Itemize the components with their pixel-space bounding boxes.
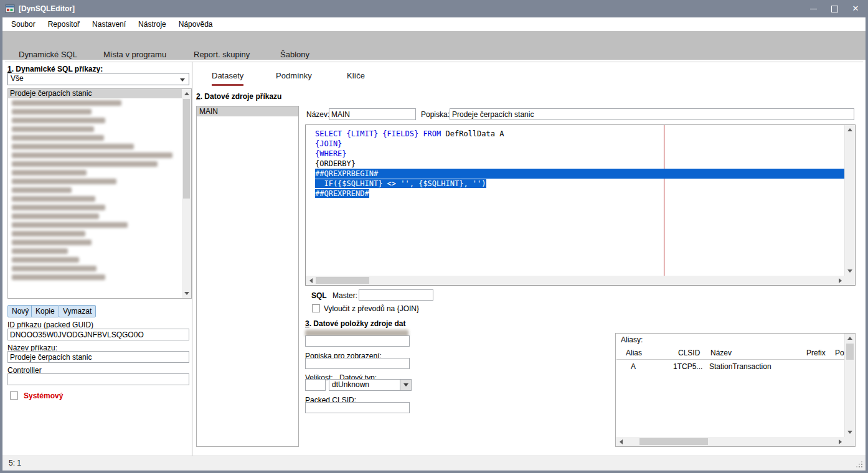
sql-filter-combobox[interactable]: Vše <box>7 73 189 85</box>
scroll-left-icon[interactable] <box>616 437 626 446</box>
code-line[interactable]: {JOIN} <box>315 139 845 149</box>
alias-col-prefix[interactable]: Prefix <box>806 349 826 357</box>
subtab-podminky[interactable]: Podmínky <box>276 71 312 84</box>
list-item-redacted[interactable] <box>8 273 182 281</box>
sql-code[interactable]: SELECT {LIMIT} {FIELDS} FROM DefRollData… <box>306 125 845 276</box>
editor-vertical-scrollbar[interactable] <box>844 125 855 276</box>
code-line[interactable]: SELECT {LIMIT} {FIELDS} FROM DefRollData… <box>315 129 845 139</box>
dataset-list[interactable]: MAIN <box>196 106 299 447</box>
scroll-up-icon[interactable] <box>182 89 191 98</box>
exclude-join-checkbox[interactable] <box>312 304 320 312</box>
alias-col-nazev[interactable]: Název <box>710 349 732 357</box>
alias-hscroll-thumb[interactable] <box>639 438 708 445</box>
display-field[interactable] <box>305 358 410 369</box>
name-field[interactable] <box>7 351 189 363</box>
scroll-right-icon[interactable] <box>835 437 845 446</box>
title-bar[interactable]: [DynSQLEditor] ✕ <box>0 0 868 17</box>
app-window: [DynSQLEditor] ✕ Soubor Repositoř Nastav… <box>0 0 868 473</box>
list-item-redacted[interactable] <box>8 264 182 273</box>
delete-button[interactable]: Vymazat <box>59 305 96 317</box>
maximize-button[interactable] <box>831 5 838 12</box>
window-title: [DynSQLEditor] <box>19 0 75 17</box>
panel-divider <box>192 62 192 456</box>
list-item-redacted[interactable] <box>8 246 182 255</box>
scroll-down-icon[interactable] <box>182 289 191 298</box>
subtab-klice[interactable]: Klíče <box>347 71 365 84</box>
code-line[interactable]: IF({$SQLHINT} <> '', {$SQLHINT}, '') <box>315 179 845 189</box>
list-item-redacted[interactable] <box>8 116 182 124</box>
list-item-redacted[interactable] <box>8 107 182 116</box>
list-item-redacted[interactable] <box>8 168 182 177</box>
dropdown-arrow-button[interactable] <box>400 380 411 390</box>
menu-soubor[interactable]: Soubor <box>5 17 42 31</box>
code-line[interactable]: {ORDERBY} <box>315 159 845 169</box>
list-item-redacted[interactable] <box>8 203 182 212</box>
packed-clsid-field[interactable] <box>305 402 410 413</box>
nazev-field[interactable] <box>329 108 416 120</box>
menu-repositor[interactable]: Repositoř <box>42 17 86 31</box>
list-item-redacted[interactable] <box>8 177 182 185</box>
copy-button[interactable]: Kopie <box>31 305 59 317</box>
list-item-selected[interactable]: Prodeje čerpacích stanic <box>8 89 182 98</box>
scroll-up-icon[interactable] <box>845 125 855 134</box>
scroll-down-icon[interactable] <box>845 428 855 437</box>
menu-napoveda[interactable]: Nápověda <box>172 17 219 31</box>
chevron-down-icon <box>180 78 185 82</box>
system-checkbox[interactable] <box>10 391 18 400</box>
master-label: Master: <box>333 291 357 300</box>
content-top-divider <box>5 62 863 62</box>
list-item-redacted[interactable] <box>8 98 182 107</box>
list-item-redacted[interactable] <box>8 185 182 194</box>
list-item-redacted[interactable] <box>8 159 182 168</box>
popiska-field[interactable] <box>450 108 854 120</box>
size-field[interactable] <box>305 379 326 391</box>
sql-editor[interactable]: SELECT {LIMIT} {FIELDS} FROM DefRollData… <box>305 124 856 286</box>
code-line[interactable]: {WHERE} <box>315 149 845 159</box>
sql-command-list[interactable]: Prodeje čerpacích stanic <box>7 88 192 299</box>
redacted-text <box>12 100 121 106</box>
scroll-down-icon[interactable] <box>845 266 855 276</box>
alias-col-clsid[interactable]: CLSID <box>678 349 700 357</box>
dataset-item-main[interactable]: MAIN <box>197 106 298 116</box>
alias-horizontal-scrollbar[interactable] <box>616 437 845 446</box>
list-item-redacted[interactable] <box>8 142 182 151</box>
close-button[interactable]: ✕ <box>852 5 859 12</box>
menu-nastaveni[interactable]: Nastavení <box>86 17 132 31</box>
scroll-left-icon[interactable] <box>306 276 316 285</box>
editor-hscroll-thumb[interactable] <box>316 277 369 284</box>
subtab-datasety[interactable]: Datasety <box>212 71 243 86</box>
id-field[interactable] <box>7 329 189 340</box>
new-button[interactable]: Nový <box>7 305 33 317</box>
scroll-up-icon[interactable] <box>845 334 855 343</box>
system-label: Systémový <box>24 391 63 400</box>
section1-title: 1. Dynamické SQL příkazy: <box>7 65 103 73</box>
resize-grip-icon[interactable] <box>861 466 862 467</box>
datatype-dropdown[interactable]: dtUnknown <box>329 379 412 391</box>
list-item-redacted[interactable] <box>8 133 182 142</box>
editor-horizontal-scrollbar[interactable] <box>306 276 845 285</box>
list-item-redacted[interactable] <box>8 220 182 229</box>
alias-col-alias[interactable]: Alias <box>626 349 642 357</box>
alias-vscroll-thumb[interactable] <box>846 344 854 360</box>
list-scrollbar-thumb[interactable] <box>183 99 190 199</box>
minimize-button[interactable] <box>809 5 817 12</box>
code-line[interactable]: ##QREXPRBEGIN# <box>315 169 845 179</box>
field-name-field[interactable] <box>305 335 410 347</box>
scroll-right-icon[interactable] <box>835 276 845 285</box>
list-item-redacted[interactable] <box>8 212 182 220</box>
master-field[interactable] <box>359 289 433 301</box>
cursor-position: 5: 1 <box>9 459 21 467</box>
list-scrollbar[interactable] <box>182 89 191 298</box>
list-item-redacted[interactable] <box>8 124 182 133</box>
controller-field[interactable] <box>7 373 189 385</box>
list-item-redacted[interactable] <box>8 255 182 264</box>
nazev-label: Název: <box>306 110 329 119</box>
menu-nastroje[interactable]: Nástroje <box>132 17 172 31</box>
list-item-redacted[interactable] <box>8 238 182 246</box>
alias-vertical-scrollbar[interactable] <box>844 334 855 437</box>
sql-label: SQL <box>311 291 327 300</box>
list-item-redacted[interactable] <box>8 151 182 159</box>
list-item-redacted[interactable] <box>8 194 182 203</box>
code-line[interactable]: ##QREXPREND# <box>315 189 845 199</box>
list-item-redacted[interactable] <box>8 229 182 238</box>
